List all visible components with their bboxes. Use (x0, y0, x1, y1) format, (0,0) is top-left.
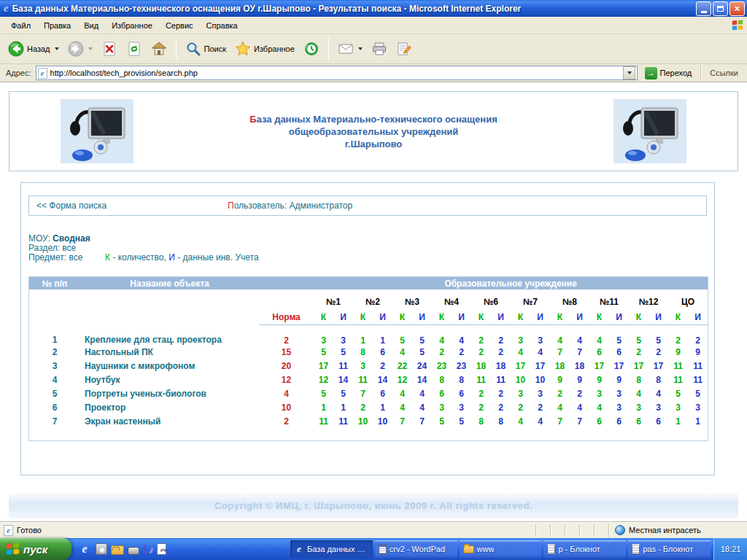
stop-button[interactable] (98, 39, 121, 58)
menu-item[interactable]: Справка (200, 18, 244, 33)
setup-disc-icon[interactable] (96, 543, 107, 555)
forward-button[interactable] (64, 39, 96, 58)
window-title: База данных Материально-технического осн… (12, 4, 696, 14)
i-header: И (373, 310, 392, 324)
norma-header: Норма (259, 310, 314, 324)
history-button[interactable] (300, 39, 323, 58)
object-name: Проектор (80, 401, 259, 415)
back-button[interactable]: Назад (4, 39, 63, 58)
k-value: 2 (353, 401, 373, 415)
refresh-button[interactable] (123, 39, 146, 58)
school-header: №4 (432, 289, 471, 310)
k-value: 2 (432, 346, 452, 359)
i-value: 3 (688, 401, 708, 415)
minimize-button[interactable] (696, 1, 711, 16)
mail-button[interactable] (334, 39, 366, 58)
copyright-text: Copyright © ИМЦ, г. Шарыпово, июнь 2009 … (214, 500, 533, 511)
i-value: 5 (412, 346, 432, 359)
edit-button[interactable] (392, 39, 416, 58)
results-table: № п/пНазвание объектаОбразовательное учр… (29, 277, 708, 429)
norma-value: 2 (259, 415, 314, 429)
go-button[interactable]: → Переход (642, 66, 695, 80)
start-label: пуск (23, 543, 47, 556)
address-dropdown-button[interactable] (623, 66, 635, 79)
i-value: 7 (570, 415, 589, 429)
k-header: К (392, 310, 412, 324)
i-value: 1 (373, 401, 392, 415)
show-desktop-icon[interactable] (128, 547, 139, 555)
links-toolbar[interactable]: Ссылки (700, 65, 744, 81)
col-header-spacer (259, 277, 314, 289)
i-value: 9 (688, 346, 708, 359)
taskbar-clock[interactable]: 18:21 (713, 538, 747, 560)
i-value: 10 (530, 373, 550, 387)
folder-icon[interactable] (111, 545, 124, 555)
swoosh-icon[interactable] (142, 542, 155, 556)
page-header: База данных Материально-технического осн… (9, 91, 738, 171)
k-value: 3 (589, 387, 609, 401)
favorites-button[interactable]: Избранное (231, 39, 298, 58)
favorites-label: Избранное (254, 44, 295, 53)
menu-item[interactable]: Сервис (159, 18, 200, 33)
php-editor-icon[interactable] (157, 543, 166, 555)
mou-label: МОУ: (28, 233, 53, 244)
i-value: 2 (491, 401, 511, 415)
i-value: 4 (412, 387, 432, 401)
computer-logo-left (61, 99, 133, 163)
i-value: 4 (649, 387, 668, 401)
menu-item[interactable]: Правка (37, 18, 77, 33)
k-value: 17 (629, 359, 649, 373)
taskbar-task[interactable]: eБаза данных Ма... (290, 540, 373, 558)
k-header: К (471, 310, 491, 324)
taskbar-task[interactable]: crv2 - WordPad (375, 540, 457, 558)
i-value: 4 (570, 401, 589, 415)
k-value: 1 (314, 401, 333, 415)
i-value: 3 (333, 324, 353, 346)
home-button[interactable] (147, 39, 171, 58)
notepad-icon (547, 544, 555, 554)
i-value: 8 (649, 373, 668, 387)
norma-value: 15 (259, 346, 314, 359)
k-value: 8 (353, 346, 373, 359)
menu-item[interactable]: Файл (4, 18, 37, 33)
taskbar-task[interactable]: pas - Блокнот (628, 540, 711, 558)
i-value: 14 (333, 373, 353, 387)
search-form-link[interactable]: << Форма поиска (36, 201, 107, 211)
i-header: И (491, 310, 511, 324)
folder-icon (463, 545, 474, 553)
screen: e База данных Материально-технического о… (0, 0, 747, 560)
k-value: 7 (353, 387, 373, 401)
ie-icon[interactable] (77, 542, 92, 556)
object-name: Крепление для стац. проектора (80, 324, 259, 346)
address-input[interactable]: e http://localhost/tech_provision/search… (36, 66, 638, 80)
i-value: 8 (452, 373, 471, 387)
menu-item[interactable]: Избранное (105, 18, 159, 33)
norma-value: 20 (259, 359, 314, 373)
k-header: К (589, 310, 609, 324)
i-value: 2 (491, 346, 511, 359)
k-value: 17 (314, 359, 333, 373)
table-row: 6Проектор1011214433222244433333 (29, 401, 708, 415)
k-value: 5 (314, 346, 333, 359)
forward-dropdown-icon (88, 47, 93, 50)
status-cell (550, 524, 565, 537)
taskbar-task[interactable]: www (460, 540, 542, 558)
k-header: К (353, 310, 373, 324)
close-button[interactable]: × (729, 1, 745, 16)
status-cell (535, 524, 550, 537)
i-value: 1 (688, 415, 708, 429)
restore-button[interactable] (713, 1, 728, 16)
menu-item[interactable]: Вид (77, 18, 105, 33)
k-header: К (668, 310, 688, 324)
i-value: 18 (491, 359, 511, 373)
taskbar-task[interactable]: p - Блокнот (543, 540, 626, 558)
start-button[interactable]: пуск (0, 538, 71, 560)
i-value: 6 (373, 387, 392, 401)
search-button[interactable]: Поиск (182, 39, 230, 58)
k-value: 4 (392, 346, 412, 359)
i-value: 2 (373, 359, 392, 373)
table-row: 1Крепление для стац. проектора2331155442… (29, 324, 708, 346)
status-cell (579, 524, 594, 537)
print-button[interactable] (368, 39, 391, 58)
i-value: 6 (649, 415, 668, 429)
